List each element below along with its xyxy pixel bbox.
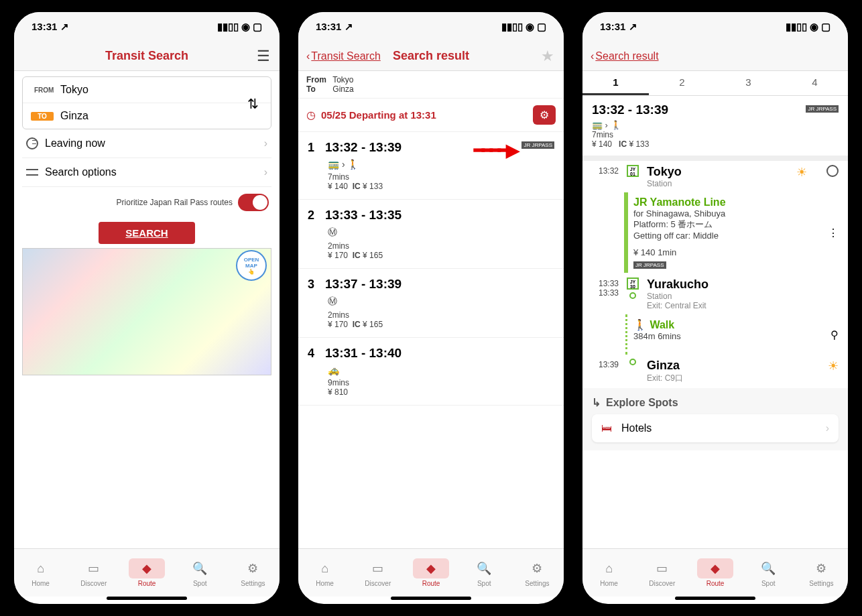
home-indicator [107,597,187,600]
phone-results: 13:31 ↗ ▮▮▯▯◉▢ ‹Transit Search Search re… [292,5,570,611]
results-list: 113:32 - 13:39 JR JRPASS━━━━▶ 🚃 › 🚶 7min… [298,132,564,406]
status-right: ▮▮▯▯ ◉ ▢ [217,21,262,33]
prioritize-toggle[interactable] [238,194,269,211]
result-item[interactable]: 313:37 - 13:39 Ⓜ 2mins ¥ 170 IC ¥ 165 [298,269,564,338]
tab-spot[interactable]: 🔍Spot [458,549,511,597]
home-icon: ⌂ [23,558,59,578]
clock-icon [26,137,38,149]
detail-tabs: 1 2 3 4 [582,71,848,96]
wifi-icon: ◉ [241,21,250,33]
status-bar: 13:31 ↗ ▮▮▯▯◉▢ [298,12,564,42]
leaving-now-row[interactable]: Leaving now › [22,129,271,158]
station-ginza: 13:39 Ginza Exit: C9口 ☀ [592,355,839,388]
map-pin-icon[interactable]: ⚲ [830,328,839,341]
origin-dest-card: FROM Tokyo TO Ginza ⇅ [22,76,271,129]
to-row[interactable]: TO Ginza [23,103,271,129]
leaving-label: Leaving now [45,137,105,149]
train-icon: 🚃 [592,120,603,130]
arrow-annotation: ━━━━▶ [474,140,517,161]
search-button[interactable]: SEARCH [99,222,194,244]
tab-bar: ⌂Home ▭Discover ◆Route 🔍Spot ⚙Settings [582,548,848,597]
status-bar: 13:31 ↗ ▮▮▯▯ ◉ ▢ [14,12,280,42]
open-map-button[interactable]: OPEN MAP👆 [236,250,267,281]
tab-discover[interactable]: ▭Discover [351,549,404,597]
swap-icon[interactable]: ⇅ [247,96,259,112]
sliders-icon [26,168,38,177]
from-row[interactable]: FROM Tokyo [23,77,271,103]
chevron-right-icon: › [264,166,267,178]
tab-settings[interactable]: ⚙Settings [795,549,848,597]
tab-route[interactable]: ◆Route [404,549,457,597]
detail-summary: 13:32 - 13:39 JR JRPASS 🚃 › 🚶 7mins ¥ 14… [582,96,848,161]
detail-tab-3[interactable]: 3 [715,71,782,95]
phone-detail: 13:31 ↗ ▮▮▯▯◉▢ ‹Search result 1 2 3 4 13… [576,5,855,611]
back-button[interactable]: ‹Search result [591,50,659,62]
explore-section: ↳Explore Spots 🛏 Hotels › [582,388,848,450]
menu-list-icon[interactable]: ☰ [257,48,270,65]
book-icon: ▭ [76,558,112,578]
status-bar: 13:31 ↗ ▮▮▯▯◉▢ [582,12,848,42]
station-tokyo: 13:32 JY 01 Tokyo Station ☀ [592,161,839,192]
home-indicator [675,597,755,600]
clock-icon: ◷ [306,109,316,121]
depart-row: ◷ 05/25 Departing at 13:31 ⚙ [298,99,564,132]
favorite-star-icon[interactable]: ★ [541,48,554,65]
route-icon: ◆ [129,558,165,578]
hotels-card[interactable]: 🛏 Hotels › [592,414,839,442]
more-vert-icon[interactable]: ⋮ [828,227,839,239]
nav-bar: Transit Search ☰ [14,42,280,71]
tab-route[interactable]: ◆Route [688,549,741,597]
tab-discover[interactable]: ▭Discover [635,549,688,597]
tab-spot[interactable]: 🔍Spot [174,549,227,597]
tab-bar: ⌂Home ▭Discover ◆Route 🔍Spot ⚙Settings [298,548,564,597]
search-icon: 🔍 [182,558,218,578]
status-time: 13:31 [32,21,57,32]
phone-search: 13:31 ↗ ▮▮▯▯ ◉ ▢ Transit Search ☰ FROM T… [7,5,286,611]
signal-icon: ▮▮▯▯ [217,21,239,33]
from-value: Tokyo [60,84,88,96]
jrpass-badge: JR JRPASS [806,105,839,113]
summary-time: 13:32 - 13:39 [592,103,839,117]
nav-bar: ‹Transit Search Search result ★ [298,42,564,71]
detail-tab-1[interactable]: 1 [582,71,649,95]
filter-button[interactable]: ⚙ [533,105,556,125]
tab-settings[interactable]: ⚙Settings [511,549,564,597]
detail-tab-4[interactable]: 4 [782,71,848,95]
options-label: Search options [45,166,117,178]
result-item[interactable]: 113:32 - 13:39 JR JRPASS━━━━▶ 🚃 › 🚶 7min… [298,132,564,200]
back-button[interactable]: ‹Transit Search [306,50,381,62]
depart-text[interactable]: 05/25 Departing at 13:31 [321,109,528,121]
detail-tab-2[interactable]: 2 [649,71,715,95]
map-preview[interactable]: OPEN MAP👆 [22,248,271,375]
nav-bar: ‹Search result [582,42,848,71]
home-indicator [391,597,471,600]
tab-home[interactable]: ⌂Home [14,549,67,597]
result-item[interactable]: 413:31 - 13:40 🚕 9mins ¥ 810 [298,338,564,406]
prioritize-row: Prioritize Japan Rail Pass routes [22,187,271,218]
route-summary: From Tokyo To Ginza [298,71,564,99]
walk-icon: 🚶 [633,319,647,330]
search-options-row[interactable]: Search options › [22,158,271,187]
sun-icon: ☀ [828,359,839,373]
tab-settings[interactable]: ⚙Settings [227,549,280,597]
tab-route[interactable]: ◆Route [120,549,173,597]
route-timeline: 13:32 JY 01 Tokyo Station ☀ JR Yamanote … [582,161,848,388]
battery-icon: ▢ [253,21,262,33]
tab-home[interactable]: ⌂Home [582,549,635,597]
tab-discover[interactable]: ▭Discover [67,549,120,597]
nav-title: Transit Search [105,49,188,63]
location-arrow-icon: ↗ [57,21,68,32]
nav-title: Search result [393,49,469,63]
tab-home[interactable]: ⌂Home [298,549,351,597]
gear-icon: ⚙ [235,558,271,578]
to-label: TO [31,112,54,121]
walk-icon: 🚶 [611,120,621,130]
from-label: FROM [31,86,54,95]
tab-bar: ⌂Home ▭Discover ◆Route 🔍Spot ⚙Settings [14,548,280,597]
tab-spot[interactable]: 🔍Spot [742,549,795,597]
clock-outline-icon[interactable] [826,165,839,177]
chevron-right-icon: › [264,137,267,149]
station-yurakucho: 13:3313:33 JY 30 Yurakucho Station Exit:… [592,273,839,314]
prioritize-label: Prioritize Japan Rail Pass routes [117,198,233,207]
result-item[interactable]: 213:33 - 13:35 Ⓜ 2mins ¥ 170 IC ¥ 165 [298,200,564,269]
